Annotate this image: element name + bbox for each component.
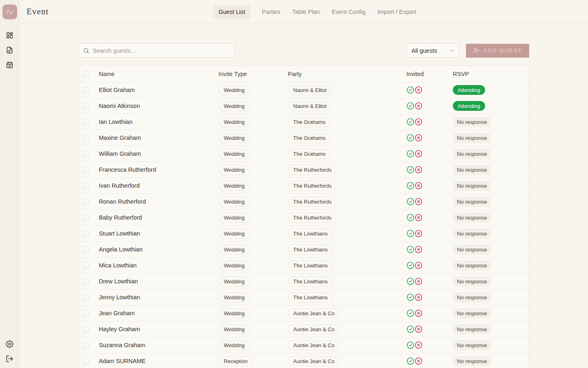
tab-parties[interactable]: Parties bbox=[262, 5, 280, 19]
guest-name: William Graham bbox=[99, 150, 218, 157]
table-row[interactable]: Francesca Rutherford Wedding The Rutherf… bbox=[79, 162, 529, 177]
guest-name: Baby Rutherford bbox=[99, 214, 218, 221]
rsvp-badge: No response bbox=[453, 165, 491, 175]
invite-type-pill: Wedding bbox=[218, 181, 250, 191]
table-row[interactable]: Angela Lowthian Wedding The Lowthians No… bbox=[79, 241, 529, 257]
table-row[interactable]: Jenny Lowthian Wedding The Lowthians No … bbox=[79, 289, 529, 305]
table-row[interactable]: Ian Lowthian Wedding The Grahams No resp… bbox=[79, 114, 529, 130]
rsvp-badge: No response bbox=[453, 229, 491, 239]
tab-guest-list[interactable]: Guest List bbox=[214, 5, 250, 19]
table-row[interactable]: Suzanna Graham Wedding Auntie Jean & Co … bbox=[79, 337, 529, 353]
app-logo[interactable]: Jw bbox=[2, 4, 17, 19]
invited-check-icon bbox=[406, 213, 414, 222]
invite-type-pill: Wedding bbox=[218, 260, 250, 271]
table-row[interactable]: William Graham Wedding The Grahams No re… bbox=[79, 146, 529, 162]
party-pill: The Lowthians bbox=[288, 260, 333, 271]
table-row[interactable]: Stuart Lowthian Wedding The Lowthians No… bbox=[79, 225, 529, 241]
main-content: All guests ADD GUEST Name Invite Type bbox=[20, 23, 588, 368]
dashboard-icon[interactable] bbox=[6, 31, 13, 39]
row-checkbox[interactable] bbox=[83, 326, 89, 332]
search-input[interactable] bbox=[93, 47, 230, 54]
invite-type-pill: Wedding bbox=[218, 245, 250, 255]
invite-type-pill: Wedding bbox=[218, 308, 250, 319]
invite-type-pill: Wedding bbox=[218, 340, 250, 350]
party-pill: Naomi & Elliot bbox=[288, 85, 332, 95]
not-invited-cross-icon bbox=[414, 229, 423, 238]
row-checkbox[interactable] bbox=[83, 294, 89, 301]
table-row[interactable]: Drew Lowthian Wedding The Lowthians No r… bbox=[79, 273, 529, 289]
table-row[interactable]: Ivan Rutherford Wedding The Rutherfords … bbox=[79, 177, 529, 193]
invite-type-pill: Wedding bbox=[218, 165, 250, 175]
row-checkbox[interactable] bbox=[83, 135, 89, 141]
row-checkbox[interactable] bbox=[83, 278, 89, 285]
guest-name: Ian Lowthian bbox=[99, 119, 218, 125]
party-pill: The Rutherfords bbox=[288, 165, 337, 175]
tab-event-config[interactable]: Event Config bbox=[332, 5, 365, 19]
row-checkbox[interactable] bbox=[83, 230, 89, 237]
party-pill: The Grahams bbox=[288, 149, 331, 159]
table-row[interactable]: Elliot Graham Wedding Naomi & Elliot Att… bbox=[79, 82, 529, 98]
table-row[interactable]: Adam SURNAME Reception Auntie Jean & Co … bbox=[79, 353, 529, 368]
invite-type-pill: Wedding bbox=[218, 276, 250, 287]
row-checkbox[interactable] bbox=[83, 150, 89, 157]
row-checkbox[interactable] bbox=[83, 198, 89, 205]
party-pill: The Lowthians bbox=[288, 292, 333, 303]
invite-type-pill: Reception bbox=[218, 356, 253, 366]
invited-check-icon bbox=[406, 86, 414, 94]
guest-name: Ivan Rutherford bbox=[99, 182, 218, 189]
guest-list-document-icon[interactable] bbox=[6, 46, 13, 54]
party-pill: The Rutherfords bbox=[288, 213, 337, 223]
table-row[interactable]: Maxine Graham Wedding The Grahams No res… bbox=[79, 130, 529, 146]
guest-name: Drew Lowthian bbox=[99, 278, 218, 285]
row-checkbox[interactable] bbox=[83, 358, 89, 364]
settings-gear-icon[interactable] bbox=[6, 340, 13, 348]
sidebar-bottom bbox=[6, 340, 13, 363]
table-row[interactable]: Baby Rutherford Wedding The Rutherfords … bbox=[79, 209, 529, 225]
table-row[interactable]: Ronan Rutherford Wedding The Rutherfords… bbox=[79, 193, 529, 209]
main-tabs: Guest List Parties Table Plan Event Conf… bbox=[214, 5, 416, 19]
row-checkbox[interactable] bbox=[83, 119, 89, 125]
invited-check-icon bbox=[406, 134, 414, 142]
row-checkbox[interactable] bbox=[83, 310, 89, 316]
event-calendar-icon[interactable] bbox=[6, 61, 13, 69]
guest-name: Jean Graham bbox=[99, 310, 218, 316]
invited-check-icon bbox=[406, 245, 414, 254]
row-checkbox[interactable] bbox=[83, 182, 89, 189]
party-pill: Auntie Jean & Co bbox=[288, 356, 340, 366]
row-checkbox[interactable] bbox=[83, 262, 89, 269]
guest-name: Suzanna Graham bbox=[99, 342, 218, 348]
column-header-invite-type: Invite Type bbox=[218, 71, 288, 77]
row-checkbox[interactable] bbox=[83, 342, 89, 348]
table-row[interactable]: Hayley Graham Wedding Auntie Jean & Co N… bbox=[79, 321, 529, 337]
select-all-checkbox[interactable] bbox=[83, 71, 89, 77]
not-invited-cross-icon bbox=[414, 86, 423, 94]
guest-filter-select[interactable]: All guests bbox=[406, 43, 459, 58]
party-pill: The Grahams bbox=[288, 117, 331, 127]
table-row[interactable]: Naomi Atkinson Wedding Naomi & Elliot At… bbox=[79, 98, 529, 114]
table-row[interactable]: Mica Lowthian Wedding The Lowthians No r… bbox=[79, 257, 529, 273]
invited-check-icon bbox=[406, 325, 414, 333]
row-checkbox[interactable] bbox=[83, 214, 89, 221]
logout-icon[interactable] bbox=[6, 355, 13, 363]
not-invited-cross-icon bbox=[414, 245, 423, 254]
party-pill: The Lowthians bbox=[288, 229, 333, 239]
guest-name: Francesca Rutherford bbox=[99, 166, 218, 173]
guest-name: Adam SURNAME bbox=[99, 358, 218, 364]
guest-table-header: Name Invite Type Party Invited RSVP bbox=[79, 66, 529, 82]
add-guest-button[interactable]: ADD GUEST bbox=[466, 44, 529, 58]
invite-type-pill: Wedding bbox=[218, 133, 250, 143]
not-invited-cross-icon bbox=[414, 197, 423, 206]
guest-name: Maxine Graham bbox=[99, 135, 218, 141]
row-checkbox[interactable] bbox=[83, 246, 89, 253]
rsvp-badge: No response bbox=[453, 213, 491, 223]
tab-table-plan[interactable]: Table Plan bbox=[292, 5, 320, 19]
guest-table: Name Invite Type Party Invited RSVP Elli… bbox=[78, 65, 529, 368]
row-checkbox[interactable] bbox=[83, 87, 89, 93]
guest-name: Mica Lowthian bbox=[99, 262, 218, 269]
table-row[interactable]: Jean Graham Wedding Auntie Jean & Co No … bbox=[79, 305, 529, 321]
rsvp-badge: No response bbox=[453, 260, 491, 271]
tab-import-export[interactable]: Import / Export bbox=[377, 5, 416, 19]
row-checkbox[interactable] bbox=[83, 103, 89, 109]
row-checkbox[interactable] bbox=[83, 166, 89, 173]
invite-type-pill: Wedding bbox=[218, 197, 250, 207]
